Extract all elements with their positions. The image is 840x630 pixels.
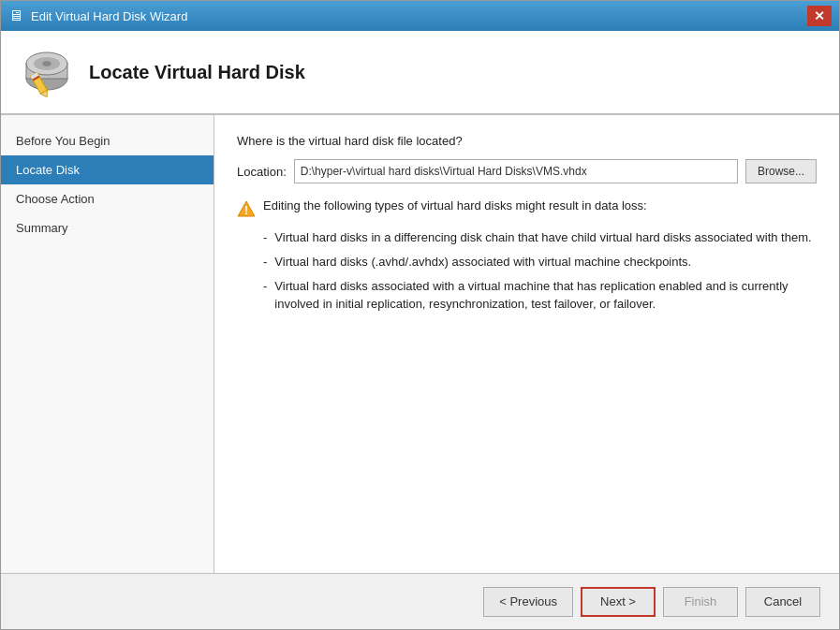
finish-button[interactable]: Finish — [663, 587, 738, 617]
svg-text:!: ! — [244, 204, 248, 217]
browse-button[interactable]: Browse... — [745, 159, 817, 183]
main-content: Where is the virtual hard disk file loca… — [214, 115, 839, 573]
title-bar: 🖥 Edit Virtual Hard Disk Wizard ✕ — [1, 1, 839, 31]
close-button[interactable]: ✕ — [807, 6, 832, 26]
sidebar-item-locate-disk[interactable]: Locate Disk — [1, 155, 214, 184]
footer: < Previous Next > Finish Cancel — [1, 573, 839, 629]
location-input[interactable] — [294, 159, 738, 183]
window-title: Edit Virtual Hard Disk Wizard — [31, 9, 187, 23]
header-area: Locate Virtual Hard Disk — [1, 31, 839, 115]
warning-icon: ! — [237, 199, 256, 218]
bullet-item-1: - Virtual hard disks in a differencing d… — [263, 229, 817, 246]
bullet-dash-3: - — [263, 278, 267, 295]
sidebar: Before You Begin Locate Disk Choose Acti… — [1, 115, 214, 573]
title-bar-icon: 🖥 — [8, 7, 23, 24]
bullet-dash-1: - — [263, 229, 267, 246]
sidebar-item-before-you-begin[interactable]: Before You Begin — [1, 126, 214, 155]
header-icon — [20, 45, 74, 99]
next-button[interactable]: Next > — [581, 587, 656, 617]
sidebar-item-choose-action[interactable]: Choose Action — [1, 184, 214, 213]
bullet-text-1: Virtual hard disks in a differencing dis… — [274, 229, 811, 246]
header-title: Locate Virtual Hard Disk — [89, 62, 305, 83]
bullet-text-3: Virtual hard disks associated with a vir… — [274, 278, 817, 312]
sidebar-item-summary[interactable]: Summary — [1, 213, 214, 242]
wizard-window: 🖥 Edit Virtual Hard Disk Wizard ✕ — [0, 0, 840, 630]
question-text: Where is the virtual hard disk file loca… — [237, 134, 817, 148]
svg-point-4 — [42, 61, 52, 66]
warning-text: Editing the following types of virtual h… — [263, 198, 647, 212]
location-label: Location: — [237, 165, 287, 179]
hard-disk-icon — [20, 45, 74, 99]
warning-box: ! Editing the following types of virtual… — [237, 198, 817, 218]
bullet-text-2: Virtual hard disks (.avhd/.avhdx) associ… — [274, 254, 691, 271]
previous-button[interactable]: < Previous — [483, 587, 573, 617]
bullet-list: - Virtual hard disks in a differencing d… — [263, 229, 817, 313]
location-row: Location: Browse... — [237, 159, 817, 183]
bullet-item-2: - Virtual hard disks (.avhd/.avhdx) asso… — [263, 254, 817, 271]
content-area: Before You Begin Locate Disk Choose Acti… — [1, 115, 839, 573]
title-bar-left: 🖥 Edit Virtual Hard Disk Wizard — [8, 7, 187, 24]
cancel-button[interactable]: Cancel — [745, 587, 820, 617]
bullet-dash-2: - — [263, 254, 267, 271]
bullet-item-3: - Virtual hard disks associated with a v… — [263, 278, 817, 312]
